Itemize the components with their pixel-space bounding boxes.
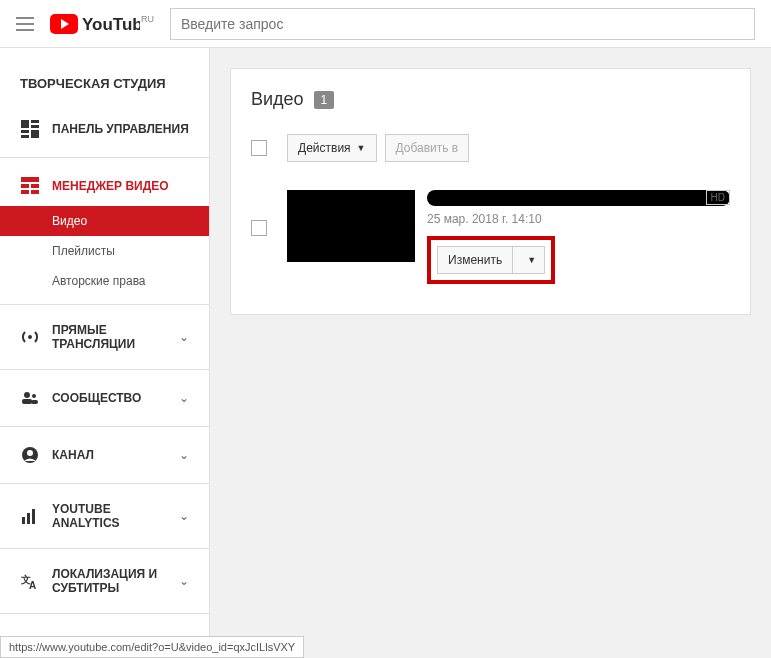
svg-text:A: A — [29, 580, 36, 590]
svg-rect-23 — [32, 509, 35, 524]
chevron-down-icon: ⌄ — [179, 330, 189, 344]
sidebar-item-label: КАНАЛ — [52, 448, 179, 462]
chevron-down-icon: ⌄ — [179, 509, 189, 523]
video-count: 1 — [314, 91, 335, 109]
svg-point-15 — [24, 392, 30, 398]
sidebar-sub-copyright[interactable]: Авторские права — [0, 266, 209, 296]
add-to-button[interactable]: Добавить в — [385, 134, 470, 162]
video-row: HD 25 мар. 2018 г. 14:10 Изменить ▼ — [251, 180, 730, 294]
main: Видео 1 Действия ▼ Добавить в HD 25 мар.… — [210, 48, 771, 658]
channel-icon — [20, 445, 40, 465]
toolbar: Действия ▼ Добавить в — [251, 134, 730, 162]
edit-dropdown-button[interactable]: ▼ — [512, 246, 545, 274]
svg-rect-18 — [31, 400, 38, 404]
sidebar-item-label: ПАНЕЛЬ УПРАВЛЕНИЯ — [52, 122, 189, 136]
sidebar-title: ТВОРЧЕСКАЯ СТУДИЯ — [0, 66, 209, 109]
svg-rect-12 — [21, 190, 29, 194]
video-manager-icon — [20, 176, 40, 196]
sidebar: ТВОРЧЕСКАЯ СТУДИЯ ПАНЕЛЬ УПРАВЛЕНИЯ МЕНЕ… — [0, 48, 210, 658]
svg-rect-13 — [31, 190, 39, 194]
chevron-down-icon: ⌄ — [179, 391, 189, 405]
actions-button[interactable]: Действия ▼ — [287, 134, 377, 162]
sidebar-item-label: YOUTUBE ANALYTICS — [52, 502, 179, 530]
header: YouTube RU — [0, 0, 771, 48]
svg-rect-4 — [31, 120, 39, 123]
sidebar-item-video-manager[interactable]: МЕНЕДЖЕР ВИДЕО — [0, 166, 209, 206]
video-date: 25 мар. 2018 г. 14:10 — [427, 212, 730, 226]
svg-rect-7 — [21, 135, 29, 138]
video-thumbnail[interactable] — [287, 190, 415, 262]
caret-down-icon: ▼ — [357, 143, 366, 153]
svg-rect-17 — [22, 399, 32, 404]
translate-icon: 文A — [20, 571, 40, 591]
sidebar-item-channel[interactable]: КАНАЛ ⌄ — [0, 435, 209, 475]
svg-point-16 — [32, 394, 36, 398]
sidebar-item-community[interactable]: СООБЩЕСТВО ⌄ — [0, 378, 209, 418]
analytics-icon — [20, 506, 40, 526]
live-icon — [20, 327, 40, 347]
svg-text:YouTube: YouTube — [82, 15, 140, 34]
select-all-checkbox[interactable] — [251, 140, 267, 156]
edit-button[interactable]: Изменить — [437, 246, 512, 274]
sidebar-item-dashboard[interactable]: ПАНЕЛЬ УПРАВЛЕНИЯ — [0, 109, 209, 149]
dashboard-icon — [20, 119, 40, 139]
search-input[interactable] — [170, 8, 755, 40]
svg-rect-10 — [21, 184, 29, 188]
chevron-down-icon: ⌄ — [179, 574, 189, 588]
sidebar-item-label: ПРЯМЫЕ ТРАНСЛЯЦИИ — [52, 323, 179, 351]
svg-rect-9 — [21, 177, 39, 182]
sidebar-sub-playlists[interactable]: Плейлисты — [0, 236, 209, 266]
menu-icon[interactable] — [16, 17, 34, 31]
svg-rect-11 — [31, 184, 39, 188]
caret-down-icon: ▼ — [527, 255, 536, 265]
page-title: Видео — [251, 89, 304, 110]
svg-rect-6 — [21, 130, 29, 133]
svg-rect-22 — [27, 513, 30, 524]
svg-rect-3 — [21, 120, 29, 128]
sidebar-item-localization[interactable]: 文A ЛОКАЛИЗАЦИЯ И СУБТИТРЫ ⌄ — [0, 557, 209, 605]
sidebar-sub-videos[interactable]: Видео — [0, 206, 209, 236]
youtube-logo[interactable]: YouTube RU — [50, 14, 140, 34]
svg-rect-8 — [31, 130, 39, 138]
sidebar-item-live[interactable]: ПРЯМЫЕ ТРАНСЛЯЦИИ ⌄ — [0, 313, 209, 361]
edit-highlight: Изменить ▼ — [427, 236, 555, 284]
sidebar-item-label: СООБЩЕСТВО — [52, 391, 179, 405]
sidebar-item-label: МЕНЕДЖЕР ВИДЕО — [52, 179, 189, 193]
hd-badge: HD — [706, 190, 730, 205]
chevron-down-icon: ⌄ — [179, 448, 189, 462]
sidebar-item-analytics[interactable]: YOUTUBE ANALYTICS ⌄ — [0, 492, 209, 540]
status-bar: https://www.youtube.com/edit?o=U&video_i… — [0, 636, 304, 658]
sidebar-item-label: ЛОКАЛИЗАЦИЯ И СУБТИТРЫ — [52, 567, 179, 595]
svg-rect-21 — [22, 517, 25, 524]
svg-point-14 — [28, 335, 32, 339]
svg-point-20 — [27, 450, 33, 456]
row-checkbox[interactable] — [251, 220, 267, 236]
community-icon — [20, 388, 40, 408]
video-title[interactable] — [427, 190, 730, 206]
svg-rect-5 — [31, 125, 39, 128]
locale-badge: RU — [141, 14, 154, 24]
